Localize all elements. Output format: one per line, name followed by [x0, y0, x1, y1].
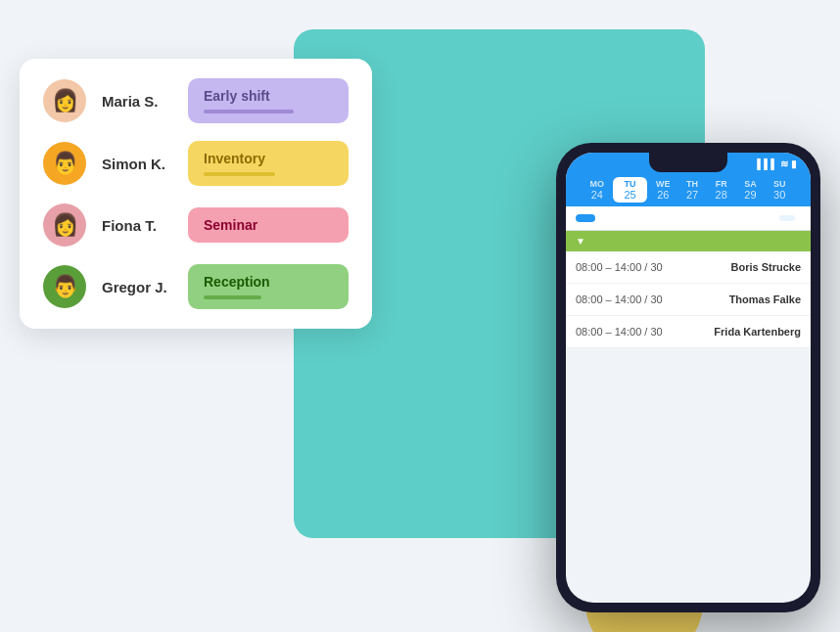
day-sa[interactable]: SA29 — [737, 179, 765, 201]
avatar-simon: 👨 — [43, 142, 86, 185]
schedule-row-gregor: 👨 Gregor J. Reception — [43, 264, 349, 309]
section-label: ▼ — [576, 236, 589, 247]
day-th[interactable]: TH27 — [678, 179, 706, 201]
shift-row-2[interactable]: 08:00 – 14:00 / 30 Frida Kartenberg — [566, 316, 811, 348]
shift-badge-gregor[interactable]: Reception — [188, 264, 349, 309]
week-navigation[interactable]: MO24TU25WE26TH27FR28SA29SU30 — [566, 173, 811, 206]
location-badge — [779, 215, 795, 221]
schedule-row-maria: 👩 Maria S. Early shift — [43, 78, 349, 123]
day-we[interactable]: WE26 — [649, 179, 677, 201]
shift-label-simon: Inventory — [204, 151, 333, 166]
shift-time-2: 08:00 – 14:00 / 30 — [576, 326, 663, 338]
date-header — [566, 206, 811, 231]
shift-badge-maria[interactable]: Early shift — [188, 78, 349, 123]
person-name-fiona: Fiona T. — [102, 217, 172, 234]
shift-bar-gregor — [204, 295, 261, 299]
person-name-simon: Simon K. — [102, 156, 172, 172]
phone-mockup: ▌▌▌ ≋ ▮ MO24TU25WE26TH27FR28SA29SU30 — [556, 143, 820, 612]
prev-week-arrow[interactable] — [574, 188, 582, 192]
phone-notch — [649, 153, 727, 172]
avatar-fiona: 👩 — [43, 203, 86, 247]
day-mo[interactable]: MO24 — [583, 179, 611, 201]
shift-row-0[interactable]: 08:00 – 14:00 / 30 Boris Strucke — [566, 251, 811, 284]
shift-time-0: 08:00 – 14:00 / 30 — [576, 261, 663, 273]
status-icons: ▌▌▌ ≋ ▮ — [757, 158, 797, 169]
person-name-gregor: Gregor J. — [102, 279, 172, 295]
phone-frame: ▌▌▌ ≋ ▮ MO24TU25WE26TH27FR28SA29SU30 — [556, 143, 820, 612]
shift-label-fiona: Seminar — [204, 217, 333, 233]
shift-label-maria: Early shift — [204, 88, 333, 104]
schedule-row-simon: 👨 Simon K. Inventory — [43, 141, 349, 186]
day-fr[interactable]: FR28 — [708, 179, 735, 201]
person-name-maria: Maria S. — [102, 93, 172, 110]
shift-time-1: 08:00 – 14:00 / 30 — [576, 293, 663, 305]
shift-person-2: Frida Kartenberg — [714, 326, 801, 338]
shift-row-1[interactable]: 08:00 – 14:00 / 30 Thomas Falke — [566, 284, 811, 316]
section-header: ▼ — [566, 231, 811, 251]
date-label — [576, 214, 595, 222]
next-week-arrow[interactable] — [795, 188, 803, 192]
shift-bar-simon — [204, 172, 275, 176]
shift-rows: 08:00 – 14:00 / 30 Boris Strucke 08:00 –… — [566, 251, 811, 348]
shift-badge-fiona[interactable]: Seminar — [188, 207, 349, 243]
shift-bar-maria — [204, 110, 294, 113]
shift-person-0: Boris Strucke — [730, 261, 801, 273]
day-su[interactable]: SU30 — [766, 179, 793, 201]
schedule-row-fiona: 👩 Fiona T. Seminar — [43, 203, 349, 247]
day-tu[interactable]: TU25 — [613, 177, 648, 203]
shift-label-gregor: Reception — [204, 274, 333, 290]
schedule-card: 👩 Maria S. Early shift 👨 Simon K. Invent… — [20, 59, 372, 329]
phone-screen: ▌▌▌ ≋ ▮ MO24TU25WE26TH27FR28SA29SU30 — [566, 153, 811, 603]
shift-badge-simon[interactable]: Inventory — [188, 141, 349, 186]
avatar-gregor: 👨 — [43, 265, 86, 308]
shift-person-1: Thomas Falke — [729, 293, 801, 305]
avatar-maria: 👩 — [43, 79, 86, 122]
